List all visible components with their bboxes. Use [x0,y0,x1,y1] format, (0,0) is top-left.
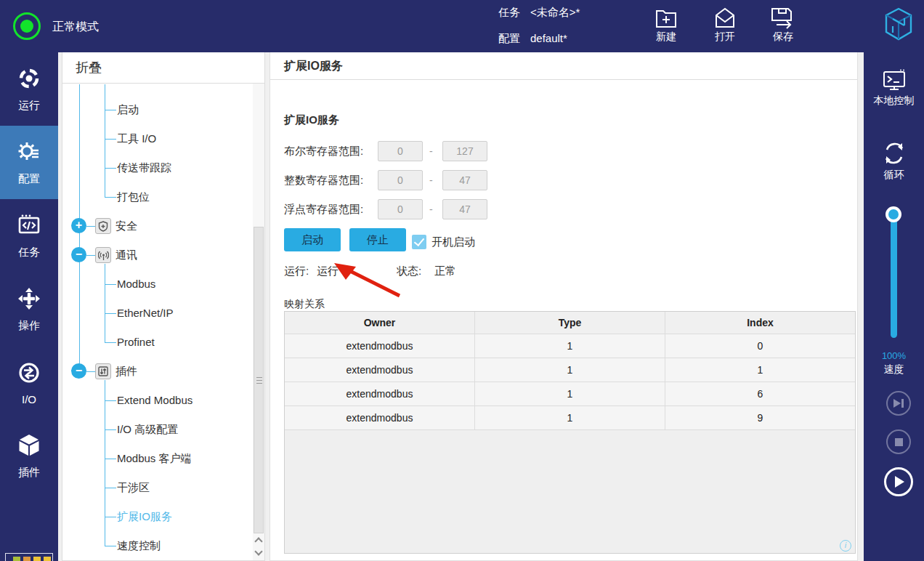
tree-item-communication[interactable]: − 通讯 [62,247,250,263]
local-control-terminal-icon[interactable] [882,68,907,94]
tree-item-plugins[interactable]: − 插件 [62,363,250,379]
speed-slider-track[interactable] [891,217,897,338]
nav-item-io[interactable]: I/O [0,346,58,419]
tree-item-safety[interactable]: + 安全 [62,218,250,234]
int-range-from-input [378,170,423,190]
stop-button[interactable]: 停止 [349,228,406,251]
tree-item-speed-control[interactable]: 速度控制 [62,538,250,554]
stop-square-icon [895,438,903,446]
tree-collapse-header[interactable]: 折叠 [62,52,264,84]
table-row[interactable]: extendmodbus 1 6 [285,382,855,406]
speed-slider-thumb[interactable] [885,206,901,222]
mapping-title: 映射关系 [284,298,325,311]
table-row[interactable]: extendmodbus 1 9 [285,406,855,430]
tree-item-io-advanced[interactable]: I/O 高级配置 [62,421,250,437]
tree-item-extended-io-service[interactable]: 扩展IO服务 [62,509,250,525]
tree-item-interference-zone[interactable]: 干涉区 [62,480,250,496]
play-button[interactable] [884,467,913,496]
step-next-button [886,391,911,416]
tree-item-ethernet-ip[interactable]: EtherNet/IP [62,305,250,321]
scroll-up-icon[interactable] [254,537,262,545]
autostart-label: 开机启动 [431,235,475,249]
plugin-arrows-icon [95,363,111,379]
bool-range-label: 布尔寄存器范围: [284,141,363,161]
tree-item-startup[interactable]: 启动 [62,102,250,118]
config-row: 配置default* [498,32,567,46]
collapse-minus-icon[interactable]: − [71,247,86,262]
float-range-to-input [442,199,487,219]
mode-label: 正常模式 [52,20,99,35]
gear-icon [17,140,41,167]
tree-item-tool-io[interactable]: 工具 I/O [62,131,250,147]
brand-cube-logo [883,7,915,44]
nav-item-label: 任务 [18,246,40,259]
autostart-checkbox[interactable] [412,235,426,249]
extended-io-service-page: 扩展IO服务 扩展IO服务 布尔寄存器范围: - 整数寄存器范围: - 浮点寄存… [270,52,858,561]
robot-status-icon [13,12,41,40]
table-empty-area [285,430,855,553]
config-tree-panel: 折叠 启动 工具 I/O 传送带跟踪 打包位 + 安全 − [62,52,265,561]
info-icon[interactable]: i [840,540,851,552]
open-button[interactable]: 打开 [699,6,751,44]
save-button-label: 保存 [757,31,809,44]
brand-logo-partial [5,553,53,561]
speed-label: 速度 [864,363,924,376]
shield-icon [95,218,111,234]
nav-item-label: 配置 [18,172,40,186]
table-row[interactable]: extendmodbus 1 1 [285,358,855,382]
move-arrows-icon [17,286,41,314]
nav-item-label: 操作 [18,319,40,333]
tree-item-modbus[interactable]: Modbus [62,276,250,292]
nav-item-plugin[interactable]: 插件 [0,419,58,493]
open-envelope-icon [699,6,751,29]
expand-plus-icon[interactable]: + [71,218,86,233]
section-title: 扩展IO服务 [284,113,339,127]
tree-item-extend-modbus[interactable]: Extend Modbus [62,392,250,408]
step-next-icon [893,399,901,408]
nav-item-label: 运行 [18,99,40,113]
nav-item-label: I/O [22,393,36,405]
nav-item-label: 插件 [18,466,40,480]
open-button-label: 打开 [699,31,751,44]
new-button[interactable]: 新建 [640,6,692,44]
run-value: 运行 [317,265,339,278]
table-header-row: Owner Type Index [285,312,855,334]
float-range-label: 浮点寄存器范围: [284,199,363,219]
tree-item-pack-pos[interactable]: 打包位 [62,189,250,205]
config-label: 配置 [498,32,520,44]
nav-item-task[interactable]: 任务 [0,199,58,273]
cube-icon [17,433,41,461]
start-button[interactable]: 启动 [284,228,341,251]
loop-icon[interactable] [881,140,907,170]
new-button-label: 新建 [640,31,692,44]
int-range-label: 整数寄存器范围: [284,170,363,190]
task-value: <未命名>* [530,6,580,18]
range-separator: - [429,174,433,186]
nav-item-jog[interactable]: 操作 [0,273,58,346]
step-next-bar [901,399,904,408]
tree-item-profinet[interactable]: Profinet [62,334,250,350]
tree-scrollbar[interactable] [253,84,264,560]
collapse-minus-icon[interactable]: − [71,363,86,379]
range-separator: - [429,145,433,157]
config-value: default* [530,32,567,44]
new-folder-icon [640,6,692,29]
bool-range-to-input [442,141,487,161]
save-button[interactable]: 保存 [757,6,809,44]
task-row: 任务<未命名>* [498,6,580,20]
top-bar: 正常模式 任务<未命名>* 配置default* 新建 打开 [0,0,924,52]
col-header-owner: Owner [285,312,475,334]
speed-value: 100% [864,350,924,361]
table-row[interactable]: extendmodbus 1 0 [285,334,855,358]
nav-item-run[interactable]: 运行 [0,52,58,126]
scroll-down-icon[interactable] [254,547,262,555]
stop-run-button [886,429,911,454]
tree-scrollbar-thumb[interactable] [254,227,264,533]
status-value: 正常 [434,265,456,278]
run-label: 运行: [284,265,309,278]
save-floppy-icon [757,6,809,29]
tree-item-modbus-client[interactable]: Modbus 客户端 [62,451,250,467]
tree-item-conveyor[interactable]: 传送带跟踪 [62,160,250,176]
run-target-icon [17,66,41,94]
nav-item-config[interactable]: 配置 [0,126,58,199]
